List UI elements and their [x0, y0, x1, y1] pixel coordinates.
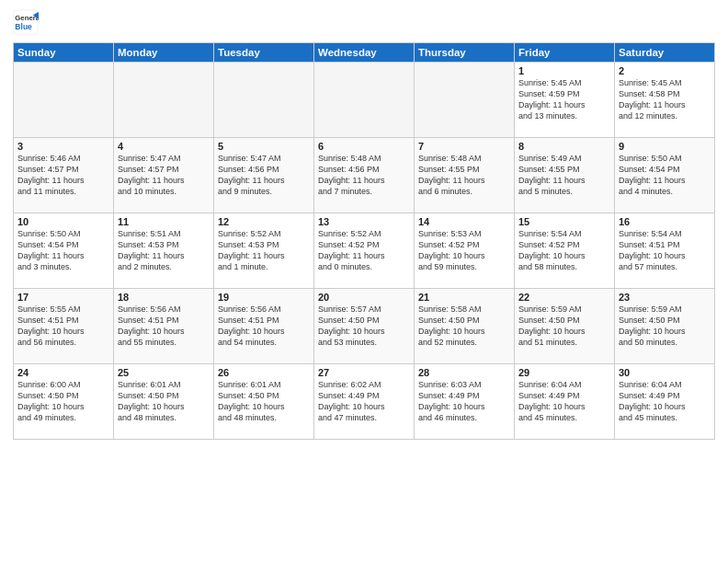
day-number: 13 [318, 216, 410, 227]
calendar-day-cell: 29Sunrise: 6:04 AM Sunset: 4:49 PM Dayli… [515, 364, 615, 440]
calendar-day-cell: 5Sunrise: 5:47 AM Sunset: 4:56 PM Daylig… [214, 138, 314, 213]
calendar-day-cell: 26Sunrise: 6:01 AM Sunset: 4:50 PM Dayli… [214, 364, 314, 440]
calendar-week-row: 17Sunrise: 5:55 AM Sunset: 4:51 PM Dayli… [14, 289, 715, 364]
day-info: Sunrise: 5:48 AM Sunset: 4:55 PM Dayligh… [418, 153, 510, 198]
day-info: Sunrise: 6:04 AM Sunset: 4:49 PM Dayligh… [619, 379, 711, 424]
calendar-day-cell: 12Sunrise: 5:52 AM Sunset: 4:53 PM Dayli… [214, 213, 314, 289]
day-info: Sunrise: 5:52 AM Sunset: 4:52 PM Dayligh… [318, 228, 410, 273]
day-info: Sunrise: 5:58 AM Sunset: 4:50 PM Dayligh… [418, 304, 510, 349]
calendar-day-cell: 11Sunrise: 5:51 AM Sunset: 4:53 PM Dayli… [114, 213, 214, 289]
calendar-day-cell [415, 63, 515, 138]
day-info: Sunrise: 5:59 AM Sunset: 4:50 PM Dayligh… [518, 304, 610, 349]
calendar-day-cell: 10Sunrise: 5:50 AM Sunset: 4:54 PM Dayli… [14, 213, 114, 289]
day-info: Sunrise: 5:57 AM Sunset: 4:50 PM Dayligh… [318, 304, 410, 349]
day-number: 10 [17, 216, 109, 227]
calendar-week-row: 1Sunrise: 5:45 AM Sunset: 4:59 PM Daylig… [14, 63, 715, 138]
calendar-day-cell: 2Sunrise: 5:45 AM Sunset: 4:58 PM Daylig… [615, 63, 715, 138]
day-number: 5 [218, 141, 310, 152]
day-info: Sunrise: 5:50 AM Sunset: 4:54 PM Dayligh… [619, 153, 711, 198]
calendar-day-cell [14, 63, 114, 138]
day-number: 19 [218, 292, 310, 303]
day-info: Sunrise: 5:45 AM Sunset: 4:59 PM Dayligh… [518, 77, 610, 122]
day-number: 29 [518, 367, 610, 378]
day-number: 6 [318, 141, 410, 152]
day-number: 8 [518, 141, 610, 152]
day-info: Sunrise: 5:59 AM Sunset: 4:50 PM Dayligh… [619, 304, 711, 349]
day-info: Sunrise: 6:04 AM Sunset: 4:49 PM Dayligh… [518, 379, 610, 424]
day-number: 18 [118, 292, 210, 303]
day-number: 28 [418, 367, 510, 378]
calendar-day-cell: 28Sunrise: 6:03 AM Sunset: 4:49 PM Dayli… [415, 364, 515, 440]
day-number: 25 [118, 367, 210, 378]
calendar-day-cell: 23Sunrise: 5:59 AM Sunset: 4:50 PM Dayli… [615, 289, 715, 364]
calendar-day-cell: 20Sunrise: 5:57 AM Sunset: 4:50 PM Dayli… [314, 289, 415, 364]
calendar-day-cell [314, 63, 415, 138]
day-info: Sunrise: 5:47 AM Sunset: 4:56 PM Dayligh… [218, 153, 310, 198]
day-number: 4 [118, 141, 210, 152]
day-number: 14 [418, 216, 510, 227]
day-info: Sunrise: 5:54 AM Sunset: 4:51 PM Dayligh… [619, 228, 711, 273]
calendar-day-cell: 8Sunrise: 5:49 AM Sunset: 4:55 PM Daylig… [515, 138, 615, 213]
day-info: Sunrise: 6:02 AM Sunset: 4:49 PM Dayligh… [318, 379, 410, 424]
calendar-day-cell: 22Sunrise: 5:59 AM Sunset: 4:50 PM Dayli… [515, 289, 615, 364]
calendar-day-cell: 25Sunrise: 6:01 AM Sunset: 4:50 PM Dayli… [114, 364, 214, 440]
day-info: Sunrise: 5:50 AM Sunset: 4:54 PM Dayligh… [17, 228, 109, 273]
calendar-day-cell: 21Sunrise: 5:58 AM Sunset: 4:50 PM Dayli… [415, 289, 515, 364]
day-info: Sunrise: 5:48 AM Sunset: 4:56 PM Dayligh… [318, 153, 410, 198]
day-number: 23 [619, 292, 711, 303]
calendar-week-row: 3Sunrise: 5:46 AM Sunset: 4:57 PM Daylig… [14, 138, 715, 213]
day-number: 12 [218, 216, 310, 227]
weekday-header: Wednesday [314, 43, 415, 63]
calendar-day-cell [214, 63, 314, 138]
day-number: 22 [518, 292, 610, 303]
calendar-day-cell: 27Sunrise: 6:02 AM Sunset: 4:49 PM Dayli… [314, 364, 415, 440]
day-info: Sunrise: 6:01 AM Sunset: 4:50 PM Dayligh… [118, 379, 210, 424]
day-number: 26 [218, 367, 310, 378]
calendar-day-cell: 30Sunrise: 6:04 AM Sunset: 4:49 PM Dayli… [615, 364, 715, 440]
day-info: Sunrise: 5:45 AM Sunset: 4:58 PM Dayligh… [619, 77, 711, 122]
day-number: 7 [418, 141, 510, 152]
calendar-table: SundayMondayTuesdayWednesdayThursdayFrid… [13, 42, 715, 440]
calendar-day-cell: 6Sunrise: 5:48 AM Sunset: 4:56 PM Daylig… [314, 138, 415, 213]
day-info: Sunrise: 5:53 AM Sunset: 4:52 PM Dayligh… [418, 228, 510, 273]
day-info: Sunrise: 6:03 AM Sunset: 4:49 PM Dayligh… [418, 379, 510, 424]
day-info: Sunrise: 5:46 AM Sunset: 4:57 PM Dayligh… [17, 153, 109, 198]
day-info: Sunrise: 5:55 AM Sunset: 4:51 PM Dayligh… [17, 304, 109, 349]
calendar-week-row: 10Sunrise: 5:50 AM Sunset: 4:54 PM Dayli… [14, 213, 715, 289]
weekday-header: Friday [515, 43, 615, 63]
page: General Blue SundayMondayTuesdayWednesda… [0, 0, 728, 563]
day-number: 30 [619, 367, 711, 378]
day-number: 24 [17, 367, 109, 378]
calendar-day-cell: 18Sunrise: 5:56 AM Sunset: 4:51 PM Dayli… [114, 289, 214, 364]
day-info: Sunrise: 6:01 AM Sunset: 4:50 PM Dayligh… [218, 379, 310, 424]
calendar-day-cell: 15Sunrise: 5:54 AM Sunset: 4:52 PM Dayli… [515, 213, 615, 289]
day-number: 9 [619, 141, 711, 152]
day-info: Sunrise: 5:47 AM Sunset: 4:57 PM Dayligh… [118, 153, 210, 198]
calendar-day-cell: 24Sunrise: 6:00 AM Sunset: 4:50 PM Dayli… [14, 364, 114, 440]
day-number: 3 [17, 141, 109, 152]
calendar-day-cell: 3Sunrise: 5:46 AM Sunset: 4:57 PM Daylig… [14, 138, 114, 213]
day-number: 11 [118, 216, 210, 227]
weekday-header: Monday [114, 43, 214, 63]
day-number: 27 [318, 367, 410, 378]
header: General Blue [13, 9, 715, 35]
calendar-day-cell: 19Sunrise: 5:56 AM Sunset: 4:51 PM Dayli… [214, 289, 314, 364]
calendar-day-cell: 13Sunrise: 5:52 AM Sunset: 4:52 PM Dayli… [314, 213, 415, 289]
calendar-day-cell: 17Sunrise: 5:55 AM Sunset: 4:51 PM Dayli… [14, 289, 114, 364]
calendar-day-cell: 9Sunrise: 5:50 AM Sunset: 4:54 PM Daylig… [615, 138, 715, 213]
day-number: 2 [619, 65, 711, 76]
day-number: 17 [17, 292, 109, 303]
day-number: 21 [418, 292, 510, 303]
day-info: Sunrise: 6:00 AM Sunset: 4:50 PM Dayligh… [17, 379, 109, 424]
weekday-header: Sunday [14, 43, 114, 63]
day-number: 15 [518, 216, 610, 227]
calendar-day-cell [114, 63, 214, 138]
day-info: Sunrise: 5:52 AM Sunset: 4:53 PM Dayligh… [218, 228, 310, 273]
day-number: 16 [619, 216, 711, 227]
calendar-header-row: SundayMondayTuesdayWednesdayThursdayFrid… [14, 43, 715, 63]
svg-text:Blue: Blue [15, 22, 32, 31]
weekday-header: Thursday [415, 43, 515, 63]
calendar-week-row: 24Sunrise: 6:00 AM Sunset: 4:50 PM Dayli… [14, 364, 715, 440]
calendar-day-cell: 14Sunrise: 5:53 AM Sunset: 4:52 PM Dayli… [415, 213, 515, 289]
calendar-day-cell: 1Sunrise: 5:45 AM Sunset: 4:59 PM Daylig… [515, 63, 615, 138]
